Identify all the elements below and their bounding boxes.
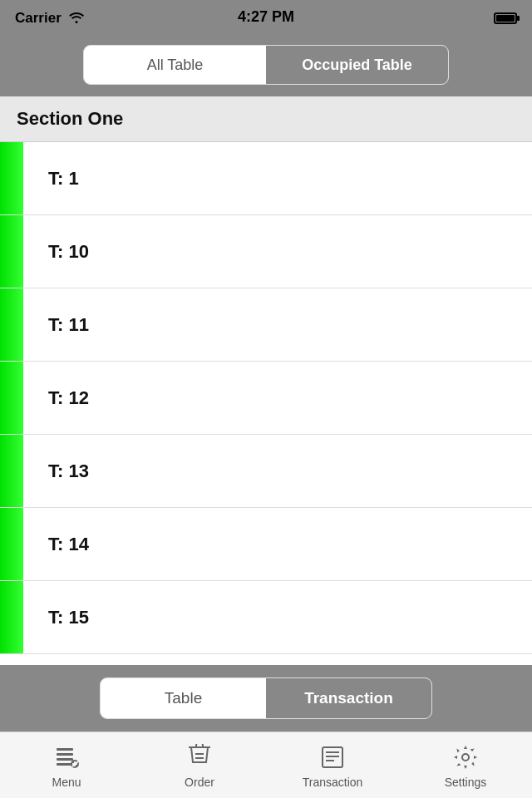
section-title: Section One bbox=[17, 108, 123, 129]
tab-transaction-label: Transaction bbox=[303, 776, 363, 789]
table-status-indicator bbox=[0, 581, 23, 653]
top-segment-container: All Table Occupied Table bbox=[0, 37, 532, 96]
occupied-table-tab[interactable]: Occupied Table bbox=[266, 46, 448, 84]
table-label: T: 12 bbox=[23, 362, 89, 434]
table-label: T: 10 bbox=[23, 215, 89, 288]
table-status-indicator bbox=[0, 435, 23, 507]
table-row[interactable]: T: 1 bbox=[0, 142, 532, 215]
table-label: T: 14 bbox=[23, 508, 89, 580]
table-row[interactable]: T: 13 bbox=[0, 435, 532, 508]
table-status-indicator bbox=[0, 215, 23, 288]
tab-transaction[interactable]: Transaction bbox=[266, 742, 399, 789]
svg-rect-2 bbox=[57, 758, 73, 761]
all-table-tab[interactable]: All Table bbox=[84, 46, 266, 84]
tab-settings-label: Settings bbox=[445, 776, 487, 789]
svg-rect-3 bbox=[57, 763, 73, 766]
wifi-icon bbox=[68, 10, 85, 27]
table-tab[interactable]: Table bbox=[101, 678, 266, 718]
battery-icon bbox=[494, 12, 517, 24]
bottom-segmented-control: Table Transaction bbox=[100, 677, 432, 719]
table-row[interactable]: T: 10 bbox=[0, 215, 532, 288]
table-status-indicator bbox=[0, 288, 23, 361]
table-list: T: 1 T: 10 T: 11 T: 12 T: 13 T: 14 T: 15 bbox=[0, 142, 532, 669]
transaction-icon bbox=[318, 742, 347, 772]
table-row[interactable]: T: 12 bbox=[0, 362, 532, 435]
top-segmented-control: All Table Occupied Table bbox=[83, 45, 449, 85]
tab-order-label: Order bbox=[185, 776, 214, 789]
table-row[interactable]: T: 11 bbox=[0, 288, 532, 362]
table-row[interactable]: T: 15 bbox=[0, 581, 532, 654]
table-label: T: 11 bbox=[23, 288, 89, 361]
svg-rect-1 bbox=[57, 753, 73, 756]
time-label: 4:27 PM bbox=[238, 8, 294, 26]
table-status-indicator bbox=[0, 362, 23, 434]
tab-bar: Menu Order Transaction bbox=[0, 732, 532, 798]
bottom-bar: Table Transaction bbox=[0, 665, 532, 732]
table-status-indicator bbox=[0, 142, 23, 214]
table-label: T: 1 bbox=[23, 142, 79, 214]
tab-menu[interactable]: Menu bbox=[0, 742, 133, 789]
tab-menu-label: Menu bbox=[52, 776, 81, 789]
table-label: T: 13 bbox=[23, 435, 89, 507]
order-icon bbox=[185, 742, 214, 772]
carrier-label: Carrier bbox=[15, 10, 62, 27]
table-row[interactable]: T: 14 bbox=[0, 508, 532, 581]
status-bar: Carrier 4:27 PM bbox=[0, 0, 532, 37]
svg-rect-0 bbox=[57, 748, 73, 751]
transaction-tab[interactable]: Transaction bbox=[266, 678, 431, 718]
section-header: Section One bbox=[0, 96, 532, 142]
table-status-indicator bbox=[0, 508, 23, 580]
tab-order[interactable]: Order bbox=[133, 742, 266, 789]
settings-icon bbox=[451, 742, 480, 772]
tab-settings[interactable]: Settings bbox=[399, 742, 532, 789]
menu-icon bbox=[52, 742, 81, 772]
svg-point-14 bbox=[462, 754, 469, 761]
table-label: T: 15 bbox=[23, 581, 89, 653]
